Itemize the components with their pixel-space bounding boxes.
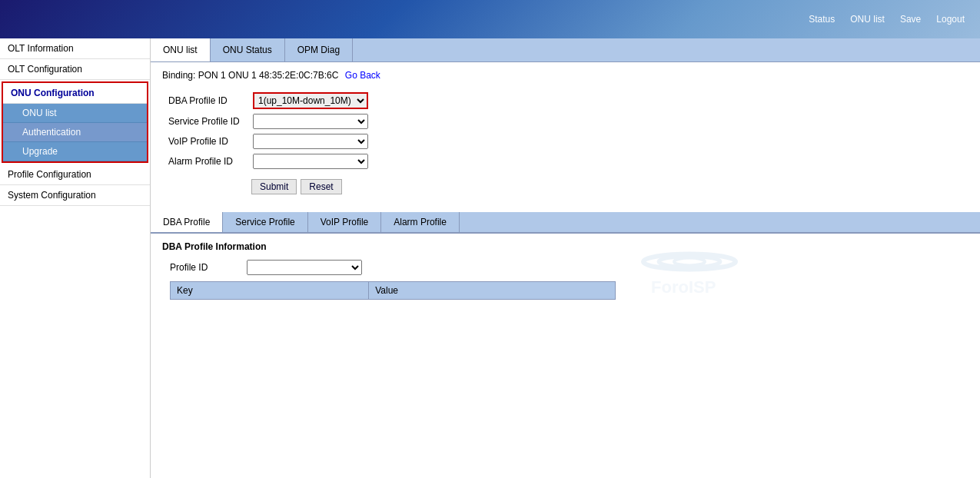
voip-profile-label: VoIP Profile ID [162,131,247,151]
go-back-link[interactable]: Go Back [345,70,380,81]
status-link[interactable]: Status [809,14,835,25]
voip-profile-value-cell [247,131,374,151]
profile-tab-service[interactable]: Service Profile [223,212,307,232]
sidebar-item-olt-information[interactable]: OLT Information [0,38,150,59]
reset-button[interactable]: Reset [301,179,341,194]
table-header-value: Value [369,282,616,300]
svg-text:ForoISP: ForoISP [651,277,716,297]
tab-onu-status[interactable]: ONU Status [211,38,285,61]
sidebar-item-profile-configuration[interactable]: Profile Configuration [0,164,150,185]
dba-profile-table: Key Value [170,281,616,300]
main-content: ONU list ONU Status OPM Diag Binding: PO… [151,38,980,478]
sidebar-sub-authentication[interactable]: Authentication [3,123,147,142]
dba-profile-section: ForoISP DBA Profile Information Profile … [151,234,980,307]
tab-onu-list[interactable]: ONU list [151,38,211,61]
profile-tab-bar: DBA Profile Service Profile VoIP Profile… [151,212,980,234]
service-profile-value-cell [247,111,374,131]
binding-text: Binding: PON 1 ONU 1 48:35:2E:0C:7B:6C [162,70,338,81]
tab-bar: ONU list ONU Status OPM Diag [151,38,980,62]
sidebar-item-olt-configuration[interactable]: OLT Configuration [0,59,150,80]
voip-profile-select[interactable] [253,134,368,149]
dba-profile-id-select[interactable] [247,260,362,275]
profile-id-label: Profile ID [170,262,247,273]
dba-profile-row: DBA Profile ID 1(up_10M-down_10M) [162,90,374,111]
save-link[interactable]: Save [900,14,921,25]
table-header-row: Key Value [171,282,616,300]
form-buttons: Submit Reset [251,179,968,194]
sidebar-sub-onu-list[interactable]: ONU list [3,104,147,123]
binding-info: Binding: PON 1 ONU 1 48:35:2E:0C:7B:6C G… [162,70,968,81]
sidebar-item-system-configuration[interactable]: System Configuration [0,185,150,206]
onu-form: DBA Profile ID 1(up_10M-down_10M) Servic… [162,90,374,171]
voip-profile-row: VoIP Profile ID [162,131,374,151]
table-header-key: Key [171,282,369,300]
profile-section-title: DBA Profile Information [162,241,968,252]
alarm-profile-value-cell [247,151,374,171]
submit-button[interactable]: Submit [251,179,297,194]
profile-tab-alarm[interactable]: Alarm Profile [381,212,460,232]
alarm-profile-label: Alarm Profile ID [162,151,247,171]
profile-tab-dba[interactable]: DBA Profile [151,212,223,232]
dba-profile-value-cell: 1(up_10M-down_10M) [247,90,374,111]
service-profile-label: Service Profile ID [162,111,247,131]
dba-profile-select[interactable]: 1(up_10M-down_10M) [253,92,368,109]
content-area: Binding: PON 1 ONU 1 48:35:2E:0C:7B:6C G… [151,62,980,208]
main-layout: OLT Information OLT Configuration ONU Co… [0,38,980,478]
alarm-profile-row: Alarm Profile ID [162,151,374,171]
sidebar-sub-upgrade[interactable]: Upgrade [3,142,147,161]
profile-tab-voip[interactable]: VoIP Profile [308,212,381,232]
tab-opm-diag[interactable]: OPM Diag [285,38,353,61]
service-profile-select[interactable] [253,114,368,129]
profile-id-row: Profile ID [170,260,968,275]
sidebar-item-onu-configuration[interactable]: ONU Configuration [3,83,147,104]
service-profile-row: Service Profile ID [162,111,374,131]
alarm-profile-select[interactable] [253,154,368,169]
dba-profile-label: DBA Profile ID [162,90,247,111]
onu-list-link[interactable]: ONU list [850,14,885,25]
logout-link[interactable]: Logout [936,14,965,25]
top-nav: Status ONU list Save Logout [809,14,965,25]
top-header: Status ONU list Save Logout [0,0,980,38]
sidebar: OLT Information OLT Configuration ONU Co… [0,38,151,478]
